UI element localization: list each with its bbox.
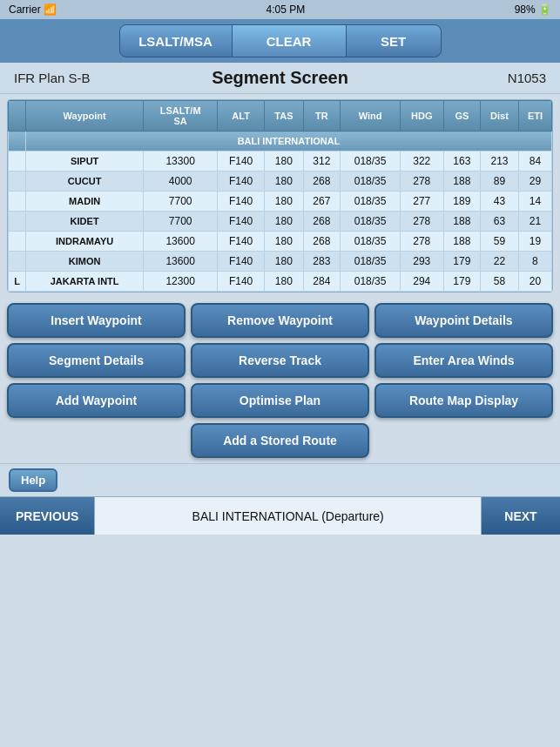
row-tas: 180 bbox=[265, 272, 303, 292]
row-wind: 018/35 bbox=[341, 192, 401, 212]
row-waypoint: CUCUT bbox=[26, 172, 144, 192]
add-waypoint-button[interactable]: Add Waypoint bbox=[7, 383, 186, 418]
table-row: KIMON 13600 F140 180 283 018/35 293 179 … bbox=[9, 252, 552, 272]
battery-label: 98% 🔋 bbox=[515, 3, 551, 16]
col-tr: TR bbox=[303, 101, 341, 131]
row-flag bbox=[9, 212, 26, 232]
row-dist: 213 bbox=[481, 151, 519, 172]
row-hdg: 322 bbox=[401, 151, 444, 172]
row-flag bbox=[9, 252, 26, 272]
row-hdg: 277 bbox=[401, 192, 444, 212]
row-flag: L bbox=[9, 272, 26, 292]
row-wind: 018/35 bbox=[341, 172, 401, 192]
next-button[interactable]: NEXT bbox=[482, 497, 560, 535]
row-wind: 018/35 bbox=[341, 212, 401, 232]
row-tas: 180 bbox=[265, 192, 303, 212]
reverse-track-button[interactable]: Reverse Track bbox=[191, 343, 369, 378]
add-stored-route-button[interactable]: Add a Stored Route bbox=[191, 423, 369, 458]
lsalt-msa-button[interactable]: LSALT/MSA bbox=[119, 24, 233, 57]
row-lsalt: 13600 bbox=[144, 252, 218, 272]
row-alt: F140 bbox=[218, 172, 265, 192]
row-lsalt: 12300 bbox=[144, 272, 218, 292]
row-hdg: 278 bbox=[401, 212, 444, 232]
row-hdg: 293 bbox=[401, 252, 444, 272]
row-eti: 21 bbox=[518, 212, 551, 232]
row-gs: 188 bbox=[443, 172, 481, 192]
row-flag bbox=[9, 172, 26, 192]
segment-details-button[interactable]: Segment Details bbox=[7, 343, 186, 378]
table-body: BALI INTERNATIONAL SIPUT 13300 F140 180 … bbox=[9, 131, 552, 292]
row-gs: 179 bbox=[443, 272, 481, 292]
page-header: IFR Plan S-B Segment Screen N1053 bbox=[0, 63, 560, 94]
row-tr: 312 bbox=[303, 151, 341, 172]
row-dist: 59 bbox=[481, 232, 519, 252]
row-alt: F140 bbox=[218, 252, 265, 272]
col-waypoint: Waypoint bbox=[26, 101, 144, 131]
row-flag bbox=[9, 232, 26, 252]
row-gs: 188 bbox=[443, 232, 481, 252]
insert-waypoint-button[interactable]: Insert Waypoint bbox=[7, 303, 186, 338]
row-eti: 8 bbox=[518, 252, 551, 272]
col-eti: ETI bbox=[518, 101, 551, 131]
row-wind: 018/35 bbox=[341, 151, 401, 172]
col-gs: GS bbox=[443, 101, 481, 131]
col-flag bbox=[9, 101, 26, 131]
status-bar: Carrier 📶 4:05 PM 98% 🔋 bbox=[0, 0, 560, 19]
row-alt: F140 bbox=[218, 151, 265, 172]
table-row: SIPUT 13300 F140 180 312 018/35 322 163 … bbox=[9, 151, 552, 172]
help-button[interactable]: Help bbox=[9, 468, 57, 492]
table-row: INDRAMAYU 13600 F140 180 268 018/35 278 … bbox=[9, 232, 552, 252]
carrier-label: Carrier 📶 bbox=[9, 3, 57, 16]
row-tr: 268 bbox=[303, 212, 341, 232]
row-lsalt: 13600 bbox=[144, 232, 218, 252]
table-row: MADIN 7700 F140 180 267 018/35 277 189 4… bbox=[9, 192, 552, 212]
row-alt: F140 bbox=[218, 232, 265, 252]
col-alt: ALT bbox=[218, 101, 265, 131]
row-eti: 20 bbox=[518, 272, 551, 292]
action-buttons-area: Insert Waypoint Remove Waypoint Waypoint… bbox=[0, 298, 560, 463]
row-lsalt: 7700 bbox=[144, 192, 218, 212]
row-tas: 180 bbox=[265, 252, 303, 272]
row-waypoint: KIDET bbox=[26, 212, 144, 232]
top-nav: LSALT/MSA CLEAR SET bbox=[0, 19, 560, 63]
bottom-bar: Help bbox=[0, 463, 560, 496]
waypoint-details-button[interactable]: Waypoint Details bbox=[374, 303, 553, 338]
row-waypoint: KIMON bbox=[26, 252, 144, 272]
row-alt: F140 bbox=[218, 272, 265, 292]
page-title: Segment Screen bbox=[92, 68, 468, 88]
row-hdg: 278 bbox=[401, 232, 444, 252]
previous-button[interactable]: PREVIOUS bbox=[0, 497, 94, 535]
table-row: CUCUT 4000 F140 180 268 018/35 278 188 8… bbox=[9, 172, 552, 192]
col-lsalt: LSALT/MSA bbox=[144, 101, 218, 131]
route-map-display-button[interactable]: Route Map Display bbox=[374, 383, 553, 418]
row-gs: 179 bbox=[443, 252, 481, 272]
col-wind: Wind bbox=[341, 101, 401, 131]
row-waypoint: SIPUT bbox=[26, 151, 144, 172]
row-hdg: 278 bbox=[401, 172, 444, 192]
row-gs: 188 bbox=[443, 212, 481, 232]
row-tas: 180 bbox=[265, 151, 303, 172]
clear-button[interactable]: CLEAR bbox=[233, 24, 346, 57]
table-row: L JAKARTA INTL 12300 F140 180 284 018/35… bbox=[9, 272, 552, 292]
set-button[interactable]: SET bbox=[346, 24, 442, 57]
row-flag bbox=[9, 192, 26, 212]
row-alt: F140 bbox=[218, 212, 265, 232]
optimise-plan-button[interactable]: Optimise Plan bbox=[191, 383, 369, 418]
time-label: 4:05 PM bbox=[266, 3, 305, 16]
enter-area-winds-button[interactable]: Enter Area Winds bbox=[374, 343, 553, 378]
table-row: KIDET 7700 F140 180 268 018/35 278 188 6… bbox=[9, 212, 552, 232]
row-wind: 018/35 bbox=[341, 272, 401, 292]
col-dist: Dist bbox=[481, 101, 519, 131]
row-hdg: 294 bbox=[401, 272, 444, 292]
row-tr: 283 bbox=[303, 252, 341, 272]
row-flag bbox=[9, 151, 26, 172]
ifr-plan-label: IFR Plan S-B bbox=[14, 71, 92, 85]
row-waypoint: JAKARTA INTL bbox=[26, 272, 144, 292]
row-eti: 29 bbox=[518, 172, 551, 192]
row-tr: 267 bbox=[303, 192, 341, 212]
row-waypoint: INDRAMAYU bbox=[26, 232, 144, 252]
row-waypoint: MADIN bbox=[26, 192, 144, 212]
row-wind: 018/35 bbox=[341, 252, 401, 272]
remove-waypoint-button[interactable]: Remove Waypoint bbox=[191, 303, 369, 338]
row-gs: 163 bbox=[443, 151, 481, 172]
